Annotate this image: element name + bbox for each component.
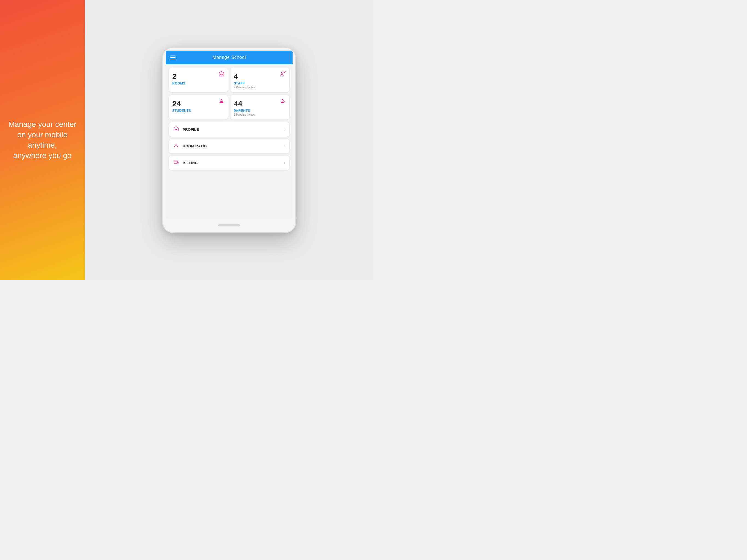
billing-chevron: › <box>284 160 285 165</box>
students-label: STUDENTS <box>172 109 191 113</box>
staff-sub: 2 Pending Invites <box>234 86 255 89</box>
home-bar <box>218 224 240 226</box>
svg-point-12 <box>177 146 178 147</box>
app-content: 2 ROOMS 4 STAFF <box>166 64 292 219</box>
menu-item-room-ratio[interactable]: ROOM RATIO › <box>169 139 289 153</box>
svg-line-14 <box>176 145 177 146</box>
student-icon <box>218 98 225 105</box>
rooms-label: ROOMS <box>172 81 185 85</box>
hamburger-button[interactable] <box>170 55 176 59</box>
staff-count: 4 <box>234 73 238 81</box>
stats-grid: 2 ROOMS 4 STAFF <box>169 68 289 120</box>
room-ratio-icon <box>173 143 179 150</box>
tablet-side-button <box>162 134 163 146</box>
tablet-device: Manage School <box>162 47 296 233</box>
menu-item-profile[interactable]: PROFILE › <box>169 122 289 137</box>
room-ratio-label: ROOM RATIO <box>183 144 284 148</box>
staff-label: STAFF <box>234 81 245 85</box>
svg-line-13 <box>175 145 176 146</box>
tablet-screen: Manage School <box>166 51 292 219</box>
svg-point-3 <box>282 72 283 74</box>
svg-rect-2 <box>222 74 223 75</box>
profile-chevron: › <box>284 127 285 131</box>
students-count: 24 <box>172 100 181 108</box>
staff-icon <box>280 71 286 78</box>
parents-sub: 1 Pending Invites <box>234 113 255 116</box>
parents-icon <box>280 98 286 105</box>
tagline: Manage your center on your mobile anytim… <box>8 119 77 160</box>
stat-card-students[interactable]: 24 STUDENTS <box>169 95 228 120</box>
parents-label: PARENTS <box>234 109 250 113</box>
billing-label: BILLING <box>183 161 284 165</box>
rooms-count: 2 <box>172 73 177 81</box>
profile-icon <box>173 126 179 133</box>
svg-point-11 <box>174 146 175 147</box>
app-title: Manage School <box>212 55 246 60</box>
svg-point-6 <box>283 100 284 101</box>
svg-rect-9 <box>176 129 177 130</box>
svg-rect-8 <box>176 129 176 130</box>
stat-card-parents[interactable]: 44 PARENTS 1 Pending Invites <box>231 95 289 120</box>
right-panel: Manage School <box>85 0 374 280</box>
billing-icon: $ <box>173 159 179 166</box>
left-panel: Manage your center on your mobile anytim… <box>0 0 85 280</box>
svg-rect-1 <box>221 74 221 75</box>
menu-item-billing[interactable]: $ BILLING › <box>169 156 289 170</box>
app-header: Manage School <box>166 51 292 64</box>
profile-label: PROFILE <box>183 127 284 131</box>
stat-card-rooms[interactable]: 2 ROOMS <box>169 68 228 92</box>
svg-point-10 <box>176 144 176 145</box>
svg-rect-0 <box>219 73 224 76</box>
building-icon <box>218 71 225 78</box>
menu-list: PROFILE › <box>169 122 289 170</box>
svg-rect-7 <box>174 128 179 131</box>
stat-card-staff[interactable]: 4 STAFF 2 Pending Invites <box>231 68 289 92</box>
svg-point-5 <box>282 99 283 100</box>
tablet-bottom <box>163 219 295 232</box>
room-ratio-chevron: › <box>284 144 285 148</box>
parents-count: 44 <box>234 100 242 108</box>
